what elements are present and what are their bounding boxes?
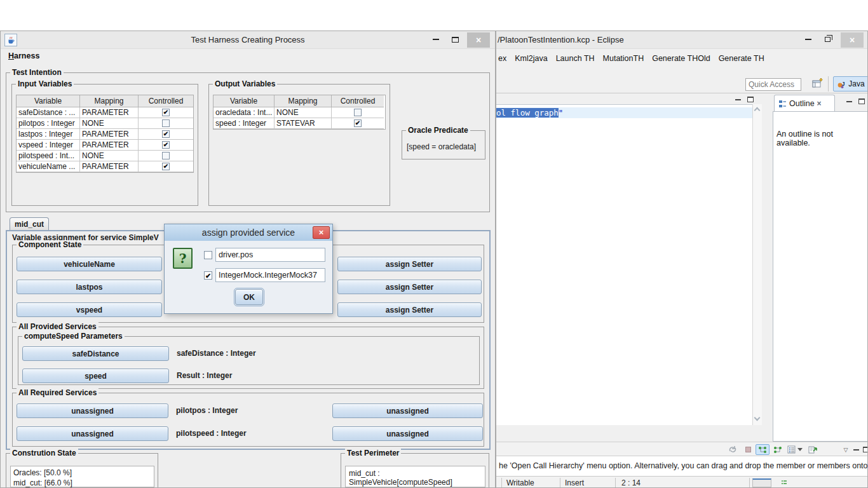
cell-variable[interactable]: lastpos : Integer — [17, 129, 80, 140]
provided-service-button-safedistance[interactable]: safeDistance — [22, 346, 169, 361]
table-row[interactable]: pilotspeed : Int... NONE — [17, 151, 193, 161]
test-perimeter-value-box[interactable]: mid_cut : SimpleVehicle[computeSpeed] — [345, 466, 485, 487]
dialog-titlebar[interactable]: assign provided service × — [165, 224, 332, 241]
refresh-icon[interactable] — [726, 444, 739, 455]
cell-mapping[interactable]: PARAMETER — [80, 140, 139, 151]
required-service-setter-button[interactable]: unassigned — [332, 426, 483, 441]
minimize-view-icon[interactable] — [846, 101, 852, 102]
editor-scrollbar[interactable] — [752, 104, 762, 425]
checkbox[interactable]: ✔ — [162, 141, 170, 149]
cell-variable[interactable]: pilotspeed : Int... — [17, 151, 80, 161]
cell-mapping[interactable]: NONE — [80, 118, 139, 129]
scroll-up-icon[interactable] — [754, 107, 761, 114]
table-row[interactable]: safeDistance : ... PARAMETER ✔ — [17, 107, 193, 118]
checkbox[interactable] — [162, 152, 170, 159]
column-header[interactable]: Controlled — [139, 95, 193, 107]
maximize-view-icon[interactable] — [747, 97, 754, 102]
cell-mapping[interactable]: NONE — [80, 151, 139, 161]
harness-close-button[interactable]: × — [467, 32, 490, 48]
menu-item-mutationth[interactable]: MutationTH — [603, 54, 644, 63]
option-checkbox[interactable] — [204, 251, 212, 259]
cell-variable[interactable]: speed : Integer — [214, 118, 275, 129]
cell-mapping[interactable]: STATEVAR — [275, 118, 332, 129]
provided-service-button-speed[interactable]: speed — [22, 369, 169, 383]
java-perspective-button[interactable]: J Java — [833, 76, 868, 92]
checkbox[interactable] — [162, 119, 170, 127]
table-row[interactable]: vehiculeName ... PARAMETER ✔ — [17, 161, 193, 172]
required-service-getter-button[interactable]: unassigned — [17, 426, 168, 441]
column-header[interactable]: Mapping — [80, 95, 139, 107]
eclipse-titlebar[interactable]: /PlatoonTestIntention.kcp - Eclipse × — [496, 31, 867, 49]
quick-access-input[interactable]: Quick Access — [745, 78, 801, 91]
harness-minimize-button[interactable] — [426, 31, 445, 48]
menu-item-launch-th[interactable]: Launch TH — [556, 54, 595, 63]
table-row[interactable]: speed : Integer STATEVAR ✔ — [214, 118, 385, 129]
eclipse-close-button[interactable]: × — [841, 32, 864, 48]
open-perspective-icon[interactable] — [812, 78, 824, 92]
eclipse-minimize-button[interactable] — [799, 31, 818, 48]
required-service-setter-button[interactable]: unassigned — [332, 403, 483, 418]
ok-button[interactable]: OK — [235, 289, 263, 305]
cell-controlled[interactable] — [332, 107, 384, 118]
scroll-down-icon[interactable] — [754, 415, 761, 421]
variable-button-lastpos[interactable]: lastpos — [17, 280, 162, 294]
cell-variable[interactable]: safeDistance : ... — [17, 107, 80, 118]
table-row[interactable]: pilotpos : Integer NONE — [17, 118, 193, 129]
variable-button-vehiculename[interactable]: vehiculeName — [17, 257, 162, 271]
assign-setter-button[interactable]: assign Setter — [337, 257, 482, 271]
column-header[interactable]: Variable — [214, 95, 275, 107]
cell-variable[interactable]: vspeed : Integer — [17, 140, 80, 151]
option-field[interactable]: IntegerMock.IntegerMock37 — [215, 268, 325, 282]
tab-mid-cut[interactable]: mid_cut — [10, 217, 49, 231]
variable-button-vspeed[interactable]: vspeed — [17, 302, 162, 317]
cell-controlled[interactable] — [139, 151, 193, 161]
cell-controlled[interactable]: ✔ — [139, 129, 193, 140]
assign-setter-button[interactable]: assign Setter — [337, 302, 482, 317]
required-service-getter-button[interactable]: unassigned — [17, 403, 168, 418]
cell-controlled[interactable]: ✔ — [139, 107, 193, 118]
option-field[interactable]: driver.pos — [215, 248, 325, 262]
cell-mapping[interactable]: PARAMETER — [80, 129, 139, 140]
maximize-view-icon[interactable] — [858, 98, 865, 104]
cell-mapping[interactable]: PARAMETER — [80, 161, 139, 172]
pin-view-icon[interactable] — [806, 444, 819, 455]
cell-variable[interactable]: oracledata : Int... — [214, 107, 275, 118]
cell-controlled[interactable]: ✔ — [139, 161, 193, 172]
output-variables-table[interactable]: Variable Mapping Controlled oracledata :… — [213, 95, 386, 130]
column-header[interactable]: Controlled — [332, 95, 384, 107]
cell-variable[interactable]: vehiculeName ... — [17, 161, 80, 172]
constrution-state-list[interactable]: Oracles: [50.0 %] mid_cut: [66.0 %] — [10, 466, 154, 487]
menu-harness[interactable]: Harness — [8, 49, 39, 63]
callee-hierarchy-icon[interactable] — [771, 444, 783, 455]
cell-controlled[interactable] — [139, 118, 193, 129]
dialog-close-button[interactable]: × — [313, 226, 330, 239]
dropdown-caret-icon[interactable] — [796, 444, 804, 455]
outline-tab[interactable]: Outline × — [774, 95, 835, 112]
cell-mapping[interactable]: NONE — [275, 107, 332, 118]
column-header[interactable]: Mapping — [275, 95, 332, 107]
menu-item-generate-th[interactable]: Generate TH — [719, 54, 764, 63]
cell-controlled[interactable]: ✔ — [139, 140, 193, 151]
cell-mapping[interactable]: PARAMETER — [80, 107, 139, 118]
minimize-view-icon[interactable] — [735, 99, 741, 100]
caller-hierarchy-icon[interactable] — [756, 444, 770, 455]
view-list-icon[interactable] — [785, 444, 797, 455]
cell-variable[interactable]: pilotpos : Integer — [17, 118, 80, 129]
outline-tab-close-icon[interactable]: × — [817, 99, 822, 108]
menu-item-ex[interactable]: ex — [498, 54, 506, 63]
option-checkbox[interactable]: ✔ — [204, 271, 212, 280]
checkbox[interactable]: ✔ — [162, 130, 170, 138]
checkbox[interactable]: ✔ — [162, 163, 170, 170]
column-header[interactable]: Variable — [17, 95, 80, 107]
cell-controlled[interactable]: ✔ — [332, 118, 384, 129]
editor-canvas[interactable]: ol flow graph" — [496, 104, 752, 425]
checkbox[interactable] — [354, 109, 362, 116]
checkbox[interactable]: ✔ — [162, 109, 170, 116]
eclipse-restore-button[interactable] — [818, 31, 837, 48]
table-row[interactable]: lastpos : Integer PARAMETER ✔ — [17, 129, 193, 140]
harness-maximize-button[interactable] — [445, 31, 465, 48]
menu-item-kml2java[interactable]: Kml2java — [515, 54, 547, 63]
table-row[interactable]: vspeed : Integer PARAMETER ✔ — [17, 140, 193, 151]
table-row[interactable]: oracledata : Int... NONE — [214, 107, 385, 118]
input-variables-table[interactable]: Variable Mapping Controlled safeDistance… — [16, 95, 194, 173]
